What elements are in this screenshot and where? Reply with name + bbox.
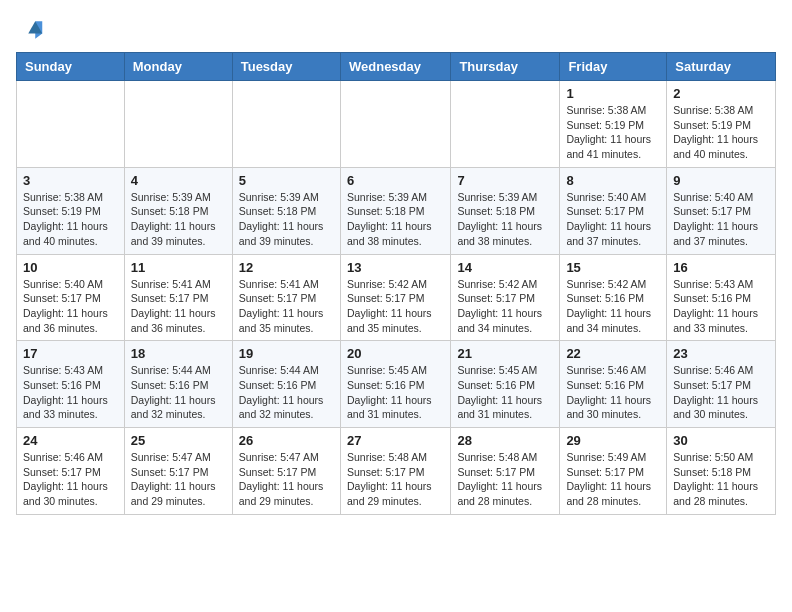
- day-number: 6: [347, 173, 444, 188]
- day-number: 15: [566, 260, 660, 275]
- day-number: 8: [566, 173, 660, 188]
- day-info: Sunrise: 5:41 AM Sunset: 5:17 PM Dayligh…: [239, 277, 334, 336]
- calendar-cell: 19Sunrise: 5:44 AM Sunset: 5:16 PM Dayli…: [232, 341, 340, 428]
- day-number: 22: [566, 346, 660, 361]
- calendar-week-row: 10Sunrise: 5:40 AM Sunset: 5:17 PM Dayli…: [17, 254, 776, 341]
- calendar-cell: 7Sunrise: 5:39 AM Sunset: 5:18 PM Daylig…: [451, 167, 560, 254]
- day-info: Sunrise: 5:38 AM Sunset: 5:19 PM Dayligh…: [566, 103, 660, 162]
- day-number: 28: [457, 433, 553, 448]
- day-number: 23: [673, 346, 769, 361]
- day-number: 18: [131, 346, 226, 361]
- calendar-cell: 23Sunrise: 5:46 AM Sunset: 5:17 PM Dayli…: [667, 341, 776, 428]
- day-number: 24: [23, 433, 118, 448]
- day-number: 12: [239, 260, 334, 275]
- calendar-cell: 11Sunrise: 5:41 AM Sunset: 5:17 PM Dayli…: [124, 254, 232, 341]
- calendar-header-friday: Friday: [560, 53, 667, 81]
- day-number: 11: [131, 260, 226, 275]
- day-info: Sunrise: 5:39 AM Sunset: 5:18 PM Dayligh…: [131, 190, 226, 249]
- day-info: Sunrise: 5:47 AM Sunset: 5:17 PM Dayligh…: [131, 450, 226, 509]
- calendar-cell: 8Sunrise: 5:40 AM Sunset: 5:17 PM Daylig…: [560, 167, 667, 254]
- calendar-cell: 14Sunrise: 5:42 AM Sunset: 5:17 PM Dayli…: [451, 254, 560, 341]
- calendar-cell: 13Sunrise: 5:42 AM Sunset: 5:17 PM Dayli…: [340, 254, 450, 341]
- calendar-week-row: 24Sunrise: 5:46 AM Sunset: 5:17 PM Dayli…: [17, 428, 776, 515]
- day-number: 7: [457, 173, 553, 188]
- day-info: Sunrise: 5:38 AM Sunset: 5:19 PM Dayligh…: [23, 190, 118, 249]
- day-info: Sunrise: 5:40 AM Sunset: 5:17 PM Dayligh…: [673, 190, 769, 249]
- calendar-cell: [124, 81, 232, 168]
- day-number: 3: [23, 173, 118, 188]
- day-number: 1: [566, 86, 660, 101]
- calendar-week-row: 3Sunrise: 5:38 AM Sunset: 5:19 PM Daylig…: [17, 167, 776, 254]
- calendar-cell: 6Sunrise: 5:39 AM Sunset: 5:18 PM Daylig…: [340, 167, 450, 254]
- day-info: Sunrise: 5:42 AM Sunset: 5:16 PM Dayligh…: [566, 277, 660, 336]
- calendar-cell: 26Sunrise: 5:47 AM Sunset: 5:17 PM Dayli…: [232, 428, 340, 515]
- calendar-cell: 3Sunrise: 5:38 AM Sunset: 5:19 PM Daylig…: [17, 167, 125, 254]
- calendar-cell: 29Sunrise: 5:49 AM Sunset: 5:17 PM Dayli…: [560, 428, 667, 515]
- calendar-week-row: 1Sunrise: 5:38 AM Sunset: 5:19 PM Daylig…: [17, 81, 776, 168]
- calendar-cell: [232, 81, 340, 168]
- calendar-cell: 10Sunrise: 5:40 AM Sunset: 5:17 PM Dayli…: [17, 254, 125, 341]
- day-info: Sunrise: 5:43 AM Sunset: 5:16 PM Dayligh…: [673, 277, 769, 336]
- calendar-cell: 4Sunrise: 5:39 AM Sunset: 5:18 PM Daylig…: [124, 167, 232, 254]
- day-info: Sunrise: 5:46 AM Sunset: 5:16 PM Dayligh…: [566, 363, 660, 422]
- calendar-week-row: 17Sunrise: 5:43 AM Sunset: 5:16 PM Dayli…: [17, 341, 776, 428]
- calendar-cell: [340, 81, 450, 168]
- calendar-cell: 2Sunrise: 5:38 AM Sunset: 5:19 PM Daylig…: [667, 81, 776, 168]
- calendar-cell: 12Sunrise: 5:41 AM Sunset: 5:17 PM Dayli…: [232, 254, 340, 341]
- calendar-header-tuesday: Tuesday: [232, 53, 340, 81]
- day-number: 21: [457, 346, 553, 361]
- calendar-cell: 16Sunrise: 5:43 AM Sunset: 5:16 PM Dayli…: [667, 254, 776, 341]
- day-info: Sunrise: 5:39 AM Sunset: 5:18 PM Dayligh…: [457, 190, 553, 249]
- day-info: Sunrise: 5:45 AM Sunset: 5:16 PM Dayligh…: [457, 363, 553, 422]
- calendar-cell: 17Sunrise: 5:43 AM Sunset: 5:16 PM Dayli…: [17, 341, 125, 428]
- day-info: Sunrise: 5:50 AM Sunset: 5:18 PM Dayligh…: [673, 450, 769, 509]
- calendar-cell: 1Sunrise: 5:38 AM Sunset: 5:19 PM Daylig…: [560, 81, 667, 168]
- calendar-cell: 22Sunrise: 5:46 AM Sunset: 5:16 PM Dayli…: [560, 341, 667, 428]
- day-info: Sunrise: 5:45 AM Sunset: 5:16 PM Dayligh…: [347, 363, 444, 422]
- day-number: 9: [673, 173, 769, 188]
- day-info: Sunrise: 5:39 AM Sunset: 5:18 PM Dayligh…: [239, 190, 334, 249]
- day-info: Sunrise: 5:46 AM Sunset: 5:17 PM Dayligh…: [23, 450, 118, 509]
- day-number: 27: [347, 433, 444, 448]
- calendar-header-row: SundayMondayTuesdayWednesdayThursdayFrid…: [17, 53, 776, 81]
- day-info: Sunrise: 5:48 AM Sunset: 5:17 PM Dayligh…: [347, 450, 444, 509]
- day-info: Sunrise: 5:42 AM Sunset: 5:17 PM Dayligh…: [347, 277, 444, 336]
- calendar-cell: 5Sunrise: 5:39 AM Sunset: 5:18 PM Daylig…: [232, 167, 340, 254]
- calendar-cell: 24Sunrise: 5:46 AM Sunset: 5:17 PM Dayli…: [17, 428, 125, 515]
- day-number: 16: [673, 260, 769, 275]
- day-number: 2: [673, 86, 769, 101]
- calendar-cell: 30Sunrise: 5:50 AM Sunset: 5:18 PM Dayli…: [667, 428, 776, 515]
- day-number: 10: [23, 260, 118, 275]
- calendar-cell: 21Sunrise: 5:45 AM Sunset: 5:16 PM Dayli…: [451, 341, 560, 428]
- day-number: 5: [239, 173, 334, 188]
- calendar-cell: 28Sunrise: 5:48 AM Sunset: 5:17 PM Dayli…: [451, 428, 560, 515]
- day-number: 19: [239, 346, 334, 361]
- calendar-cell: 18Sunrise: 5:44 AM Sunset: 5:16 PM Dayli…: [124, 341, 232, 428]
- calendar-cell: [17, 81, 125, 168]
- day-info: Sunrise: 5:42 AM Sunset: 5:17 PM Dayligh…: [457, 277, 553, 336]
- logo: [16, 16, 44, 44]
- calendar-cell: 25Sunrise: 5:47 AM Sunset: 5:17 PM Dayli…: [124, 428, 232, 515]
- calendar-header-saturday: Saturday: [667, 53, 776, 81]
- day-info: Sunrise: 5:39 AM Sunset: 5:18 PM Dayligh…: [347, 190, 444, 249]
- day-number: 13: [347, 260, 444, 275]
- day-number: 26: [239, 433, 334, 448]
- calendar-cell: [451, 81, 560, 168]
- day-info: Sunrise: 5:46 AM Sunset: 5:17 PM Dayligh…: [673, 363, 769, 422]
- day-number: 14: [457, 260, 553, 275]
- page-header: [16, 16, 776, 44]
- day-info: Sunrise: 5:40 AM Sunset: 5:17 PM Dayligh…: [23, 277, 118, 336]
- calendar-cell: 15Sunrise: 5:42 AM Sunset: 5:16 PM Dayli…: [560, 254, 667, 341]
- day-info: Sunrise: 5:44 AM Sunset: 5:16 PM Dayligh…: [131, 363, 226, 422]
- day-number: 17: [23, 346, 118, 361]
- day-number: 4: [131, 173, 226, 188]
- day-number: 29: [566, 433, 660, 448]
- calendar-cell: 20Sunrise: 5:45 AM Sunset: 5:16 PM Dayli…: [340, 341, 450, 428]
- day-number: 25: [131, 433, 226, 448]
- day-info: Sunrise: 5:49 AM Sunset: 5:17 PM Dayligh…: [566, 450, 660, 509]
- calendar-header-wednesday: Wednesday: [340, 53, 450, 81]
- calendar-header-thursday: Thursday: [451, 53, 560, 81]
- day-info: Sunrise: 5:38 AM Sunset: 5:19 PM Dayligh…: [673, 103, 769, 162]
- day-info: Sunrise: 5:47 AM Sunset: 5:17 PM Dayligh…: [239, 450, 334, 509]
- calendar-header-monday: Monday: [124, 53, 232, 81]
